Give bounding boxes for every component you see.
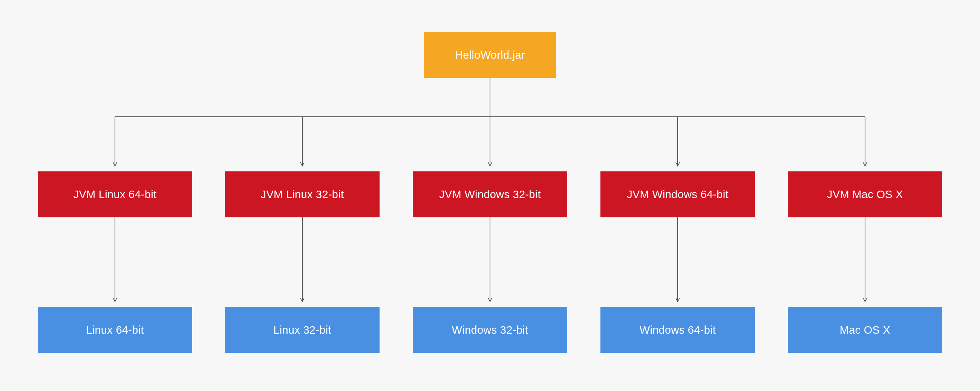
- os-label: Windows 64-bit: [640, 324, 716, 336]
- os-node-macosx: Mac OS X: [788, 307, 942, 353]
- os-node-linux-32: Linux 32-bit: [225, 307, 380, 353]
- jvm-label: JVM Linux 32-bit: [261, 188, 344, 201]
- jvm-label: JVM Windows 32-bit: [439, 188, 541, 201]
- jvm-node-windows-64: JVM Windows 64-bit: [600, 172, 755, 217]
- os-label: Windows 32-bit: [452, 324, 528, 336]
- os-node-windows-32: Windows 32-bit: [413, 307, 567, 353]
- root-node-jar: HelloWorld.jar: [424, 32, 556, 78]
- os-node-linux-64: Linux 64-bit: [38, 307, 192, 353]
- os-label: Linux 32-bit: [273, 324, 331, 336]
- os-label: Linux 64-bit: [86, 324, 144, 336]
- root-label: HelloWorld.jar: [455, 49, 525, 61]
- jvm-node-macosx: JVM Mac OS X: [788, 172, 942, 217]
- jvm-label: JVM Mac OS X: [827, 188, 903, 201]
- jvm-node-linux-32: JVM Linux 32-bit: [225, 172, 380, 217]
- jvm-node-windows-32: JVM Windows 32-bit: [413, 172, 567, 217]
- os-node-windows-64: Windows 64-bit: [600, 307, 755, 353]
- jvm-architecture-diagram: HelloWorld.jar JVM Linux 64-bit JVM Linu…: [0, 0, 980, 391]
- jvm-label: JVM Linux 64-bit: [73, 188, 157, 201]
- jvm-label: JVM Windows 64-bit: [627, 188, 729, 201]
- os-label: Mac OS X: [840, 324, 891, 336]
- jvm-node-linux-64: JVM Linux 64-bit: [38, 172, 192, 217]
